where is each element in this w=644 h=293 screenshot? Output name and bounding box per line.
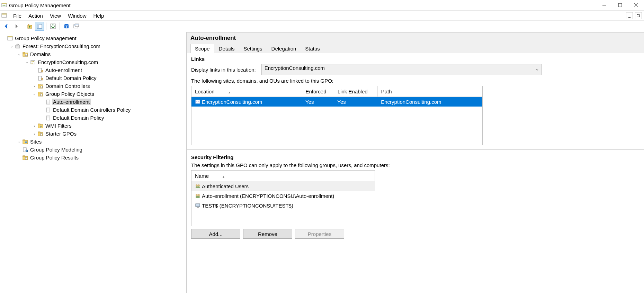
tree-domains[interactable]: ⌄ Domains — [17, 50, 185, 58]
detail-pane: Auto-enrollment Scope Details Settings D… — [187, 32, 644, 293]
tree-link-autoenroll[interactable]: Auto-enrollment — [32, 66, 185, 74]
tree-starter[interactable]: › Starter GPOs — [32, 130, 185, 138]
col-location[interactable]: Location▴ — [191, 86, 302, 97]
show-hide-tree-button[interactable] — [35, 22, 44, 31]
expand-icon[interactable]: › — [32, 132, 37, 136]
security-row[interactable]: Auto-enrollment (ENCRYPTIONCONSU\Auto-en… — [191, 191, 375, 201]
tree-wmi[interactable]: › WMI Filters — [32, 122, 185, 130]
svg-rect-23 — [8, 36, 12, 37]
links-heading: Links — [191, 56, 640, 62]
links-row[interactable]: EncryptionConsulting.com Yes Yes Encrypt… — [191, 97, 482, 107]
collapse-icon[interactable]: ⌄ — [32, 92, 37, 96]
svg-text:?: ? — [65, 25, 68, 28]
menu-help[interactable]: Help — [90, 12, 107, 19]
tree-link-autoenroll-label: Auto-enrollment — [44, 67, 83, 73]
toolbar-separator — [46, 22, 46, 30]
tree-forest-label: Forest: EncryptionConsulting.com — [21, 43, 101, 49]
menu-file[interactable]: File — [10, 12, 25, 19]
mdi-minimize-button[interactable]: _ — [626, 12, 633, 19]
minimize-button[interactable] — [596, 0, 612, 10]
svg-rect-72 — [196, 204, 200, 207]
tree-gpo-defpol-label: Default Domain Policy — [52, 115, 105, 121]
tree-sites[interactable]: › Sites — [17, 138, 185, 146]
cell-location: EncryptionConsulting.com — [202, 99, 262, 105]
svg-point-2 — [3, 5, 4, 6]
remove-button[interactable]: Remove — [243, 229, 292, 239]
col-linkenabled[interactable]: Link Enabled — [334, 86, 377, 97]
sort-asc-icon: ▴ — [229, 90, 230, 94]
tree-gpo-dcpol[interactable]: Default Domain Controllers Policy — [39, 106, 185, 114]
new-window-button[interactable] — [72, 22, 81, 31]
svg-rect-55 — [23, 140, 25, 141]
menu-view[interactable]: View — [46, 12, 64, 19]
links-grid[interactable]: Location▴ Enforced Link Enabled Path Enc… — [191, 86, 483, 145]
svg-point-69 — [196, 194, 198, 196]
svg-rect-64 — [196, 101, 197, 102]
tree-pane[interactable]: Group Policy Management ⌄ Forest: Encryp… — [0, 32, 187, 293]
tree-domain[interactable]: ⌄ EncryptionConsulting.com — [24, 58, 185, 66]
close-button[interactable] — [628, 0, 644, 10]
tab-details[interactable]: Details — [214, 44, 239, 53]
tree-wmi-label: WMI Filters — [44, 122, 73, 129]
svg-point-3 — [5, 5, 6, 6]
collapse-icon[interactable]: ⌄ — [17, 52, 21, 56]
toolbar: ? — [0, 21, 644, 32]
tree-gpo-dcpol-label: Default Domain Controllers Policy — [52, 107, 132, 113]
tree-domain-label: EncryptionConsulting.com — [37, 59, 99, 65]
menu-window[interactable]: Window — [64, 12, 90, 19]
svg-rect-29 — [33, 61, 34, 62]
tree-gpo[interactable]: ⌄ Group Policy Objects — [32, 90, 185, 98]
svg-rect-56 — [25, 141, 27, 143]
tree-domains-label: Domains — [29, 51, 52, 57]
svg-rect-11 — [637, 15, 639, 17]
security-grid[interactable]: Name▴ Authenticated Users Auto-enrollmen… — [191, 170, 375, 226]
col-enforced[interactable]: Enforced — [302, 86, 334, 97]
tree-dcs[interactable]: › Domain Controllers — [32, 82, 185, 90]
refresh-button[interactable] — [48, 22, 57, 31]
back-button[interactable] — [2, 22, 11, 31]
svg-rect-71 — [196, 196, 200, 198]
expand-icon[interactable]: › — [32, 124, 37, 128]
svg-rect-31 — [38, 68, 42, 72]
tab-scope[interactable]: Scope — [190, 44, 214, 53]
tree-root-label: Group Policy Management — [14, 35, 78, 42]
tree-gpo-autoenroll[interactable]: Auto-enrollment — [39, 98, 185, 106]
col-path[interactable]: Path — [377, 86, 482, 97]
svg-rect-25 — [23, 52, 25, 53]
tab-delegation[interactable]: Delegation — [267, 44, 301, 53]
expand-icon[interactable]: › — [32, 84, 37, 88]
svg-rect-73 — [197, 207, 199, 208]
gpo-icon — [45, 107, 51, 113]
collapse-icon[interactable]: ⌄ — [24, 60, 29, 64]
security-row[interactable]: Authenticated Users — [191, 181, 375, 191]
add-button[interactable]: Add... — [191, 229, 240, 239]
svg-point-66 — [196, 184, 198, 186]
expand-icon[interactable]: › — [17, 140, 21, 144]
svg-point-67 — [198, 184, 200, 186]
tree-link-defpolicy[interactable]: Default Domain Policy — [32, 74, 185, 82]
security-desc: The settings in this GPO can only apply … — [191, 162, 640, 168]
tab-status[interactable]: Status — [301, 44, 324, 53]
col-name[interactable]: Name▴ — [191, 171, 375, 181]
cell-path: EncryptionConsulting.com — [377, 97, 482, 107]
tree-root[interactable]: Group Policy Management — [1, 34, 185, 42]
location-dropdown[interactable]: EncryptionConsulting.com ⌄ — [261, 64, 542, 75]
maximize-button[interactable] — [612, 0, 628, 10]
menu-action[interactable]: Action — [25, 12, 46, 19]
up-button[interactable] — [25, 22, 34, 31]
tree-gpo-defpol[interactable]: Default Domain Policy — [39, 114, 185, 122]
tree-forest[interactable]: ⌄ Forest: EncryptionConsulting.com — [9, 42, 185, 50]
mdi-restore-button[interactable] — [635, 12, 642, 19]
collapse-icon[interactable]: ⌄ — [9, 44, 14, 48]
tab-strip: Scope Details Settings Delegation Status — [190, 44, 641, 53]
help-button[interactable]: ? — [62, 22, 71, 31]
tab-settings[interactable]: Settings — [239, 44, 267, 53]
app-icon — [1, 2, 7, 8]
cell-linkenabled: Yes — [334, 97, 377, 107]
tree-modeling[interactable]: Group Policy Modeling — [17, 146, 185, 154]
properties-button[interactable]: Properties — [295, 229, 344, 239]
security-row[interactable]: TEST$ (ENCRYPTIONCONSU\TEST$) — [191, 201, 375, 210]
tree-results[interactable]: Group Policy Results — [17, 154, 185, 162]
forward-button[interactable] — [12, 22, 21, 31]
svg-rect-63 — [196, 100, 200, 103]
